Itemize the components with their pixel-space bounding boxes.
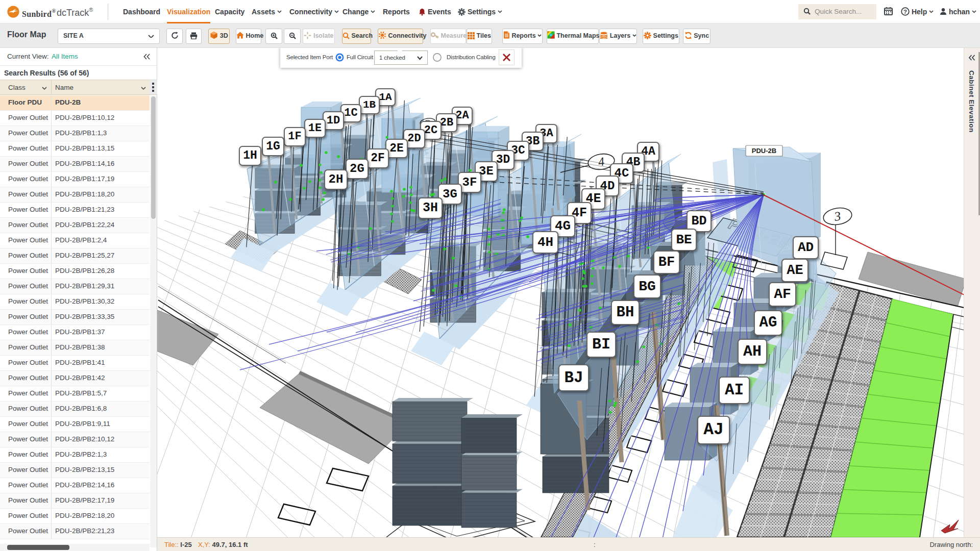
svg-text:?: ? (903, 8, 907, 14)
svg-text:PDU-2B: PDU-2B (752, 147, 776, 155)
